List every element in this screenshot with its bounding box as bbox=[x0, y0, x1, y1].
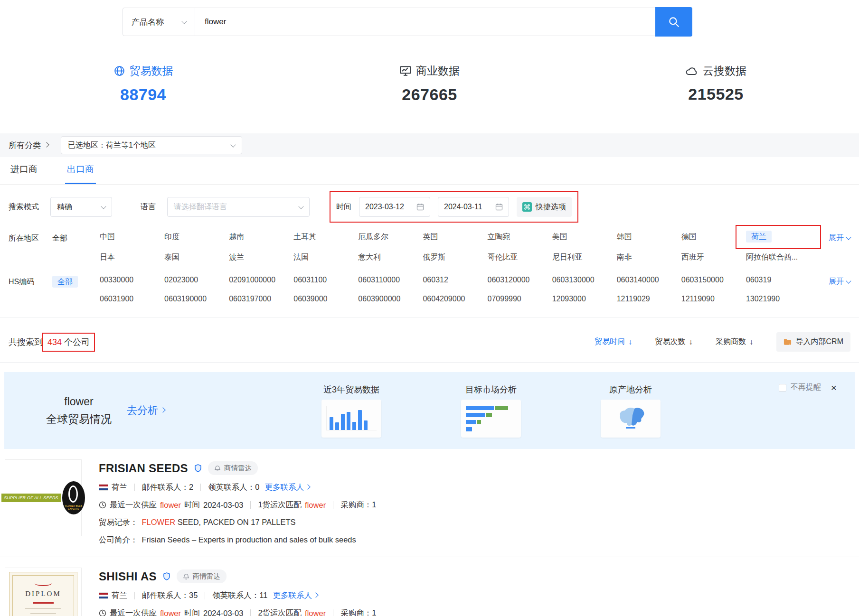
date-from-input[interactable]: 2023-03-12 bbox=[359, 197, 430, 217]
search-mode-select[interactable]: 精确 bbox=[50, 197, 112, 217]
hs-code-option[interactable]: 0603197000 bbox=[229, 295, 293, 303]
region-option[interactable]: 厄瓜多尔 bbox=[358, 232, 423, 242]
region-option[interactable]: 英国 bbox=[423, 232, 487, 242]
hs-code-option[interactable]: 0603150000 bbox=[681, 276, 746, 284]
keyword-highlight: flower bbox=[305, 501, 326, 510]
hs-code-option[interactable]: 060319 bbox=[746, 276, 811, 284]
radar-badge[interactable]: 商情雷达 bbox=[208, 461, 258, 475]
logo-text: DIPLOM bbox=[25, 590, 61, 598]
hs-all-option[interactable]: 全部 bbox=[52, 276, 100, 303]
region-option[interactable]: 印度 bbox=[164, 232, 229, 242]
chevron-down-icon bbox=[230, 142, 236, 147]
search-input[interactable] bbox=[195, 8, 655, 36]
hs-code-option[interactable]: 060312 bbox=[423, 276, 487, 284]
date-to-input[interactable]: 2024-03-11 bbox=[438, 197, 509, 217]
stat-business-data[interactable]: 商业数据 267665 bbox=[286, 64, 573, 104]
selected-region-dropdown[interactable]: 已选地区：荷兰等1个地区 bbox=[61, 136, 242, 154]
hs-code-option[interactable]: 12119029 bbox=[617, 295, 681, 303]
dont-remind-checkbox[interactable] bbox=[779, 384, 786, 392]
selected-region-text: 已选地区：荷兰等1个地区 bbox=[68, 140, 156, 150]
import-crm-button[interactable]: 导入内部CRM bbox=[776, 332, 850, 352]
region-option[interactable]: 南非 bbox=[617, 252, 681, 262]
hs-code-option[interactable]: 06031900 bbox=[100, 295, 164, 303]
region-option[interactable]: 日本 bbox=[100, 252, 164, 262]
region-option[interactable]: 意大利 bbox=[358, 252, 423, 262]
region-filter-label: 所在地区 bbox=[9, 232, 52, 262]
region-all-option[interactable]: 全部 bbox=[52, 232, 100, 262]
sort-buyer-count[interactable]: 采购商数↓ bbox=[716, 337, 754, 347]
keyword-highlight: flower bbox=[160, 609, 181, 616]
region-option[interactable]: 俄罗斯 bbox=[423, 252, 487, 262]
arrow-down-icon: ↓ bbox=[749, 337, 754, 347]
hs-code-option[interactable]: 0603110000 bbox=[358, 276, 423, 284]
mini-origin-chart: 原产地分析 bbox=[601, 384, 661, 438]
sort-trade-count[interactable]: 贸易次数↓ bbox=[655, 337, 693, 347]
stat-trade-data[interactable]: 贸易数据 88794 bbox=[0, 64, 286, 104]
tab-importer[interactable]: 进口商 bbox=[9, 163, 39, 184]
region-option[interactable]: 阿拉伯联合酋... bbox=[746, 252, 811, 262]
language-select[interactable]: 请选择翻译语言 bbox=[167, 197, 310, 217]
shipment-match: 1货运次匹配 bbox=[258, 500, 302, 510]
hs-code-option[interactable]: 0603120000 bbox=[488, 276, 552, 284]
region-option[interactable]: 尼日利亚 bbox=[552, 252, 617, 262]
hs-code-option[interactable]: 02091000000 bbox=[229, 276, 293, 284]
email-contact-count: 2 bbox=[189, 483, 193, 491]
breadcrumb[interactable]: 所有分类 bbox=[9, 140, 48, 151]
hs-code-option[interactable]: 0603140000 bbox=[617, 276, 681, 284]
hs-code-option[interactable]: 12093000 bbox=[552, 295, 617, 303]
search-button[interactable] bbox=[655, 7, 692, 37]
trade-bar-chart-thumbnail[interactable] bbox=[321, 400, 381, 438]
region-option[interactable]: 哥伦比亚 bbox=[488, 252, 552, 262]
region-option[interactable]: 西班牙 bbox=[681, 252, 746, 262]
region-option[interactable]: 立陶宛 bbox=[488, 232, 552, 242]
region-option[interactable]: 德国 bbox=[681, 232, 746, 242]
region-option-selected[interactable]: 荷兰 bbox=[746, 231, 772, 243]
go-analyze-link[interactable]: 去分析 bbox=[127, 403, 165, 418]
region-option[interactable]: 泰国 bbox=[164, 252, 229, 262]
origin-map-thumbnail[interactable] bbox=[601, 400, 661, 438]
hs-code-option[interactable]: 0603900000 bbox=[358, 295, 423, 303]
netherlands-flag-icon bbox=[99, 484, 108, 491]
hs-code-option[interactable]: 02023000 bbox=[164, 276, 229, 284]
region-option[interactable]: 波兰 bbox=[229, 252, 293, 262]
command-icon bbox=[522, 202, 532, 212]
buyer-count: 1 bbox=[372, 608, 376, 616]
quick-options-button[interactable]: 快捷选项 bbox=[517, 197, 572, 217]
hs-code-option[interactable]: 06039000 bbox=[293, 295, 358, 303]
search-type-select[interactable]: 产品名称 bbox=[123, 8, 195, 36]
hs-code-option[interactable]: 12119090 bbox=[681, 295, 746, 303]
hs-code-option[interactable]: 0604209000 bbox=[423, 295, 487, 303]
hs-code-option[interactable]: 0603190000 bbox=[164, 295, 229, 303]
hs-expand-button[interactable]: 展开 bbox=[811, 276, 850, 287]
keyword-highlight: flower bbox=[160, 501, 181, 510]
hs-code-option[interactable]: 13021990 bbox=[746, 295, 811, 303]
region-option[interactable]: 中国 bbox=[100, 232, 164, 242]
hs-code-option[interactable]: 07099990 bbox=[488, 295, 552, 303]
region-option[interactable]: 法国 bbox=[293, 252, 358, 262]
verified-shield-icon[interactable] bbox=[163, 572, 170, 581]
hs-code-option[interactable]: 06031100 bbox=[293, 276, 358, 284]
region-expand-button[interactable]: 展开 bbox=[811, 232, 850, 243]
sort-controls: 贸易时间↓ 贸易次数↓ 采购商数↓ 导入内部CRM bbox=[595, 332, 850, 352]
radar-badge[interactable]: 商情雷达 bbox=[177, 569, 227, 583]
verified-shield-icon[interactable] bbox=[194, 464, 202, 473]
market-bar-chart-thumbnail[interactable] bbox=[461, 400, 521, 438]
hs-code-option[interactable]: 0603130000 bbox=[552, 276, 617, 284]
region-options: 中国 印度 越南 土耳其 厄瓜多尔 英国 立陶宛 美国 韩国 德国 荷兰 日本 … bbox=[100, 232, 811, 262]
company-name[interactable]: FRISIAN SEEDS bbox=[99, 462, 188, 475]
sort-trade-time[interactable]: 贸易时间↓ bbox=[595, 337, 632, 347]
cloud-icon bbox=[685, 66, 699, 76]
tab-exporter[interactable]: 出口商 bbox=[65, 163, 96, 184]
close-icon[interactable]: × bbox=[831, 383, 837, 392]
company-name[interactable]: SHISHI AS bbox=[99, 570, 157, 583]
stat-cloud-search-data[interactable]: 云搜数据 215525 bbox=[573, 64, 859, 104]
region-option[interactable]: 土耳其 bbox=[293, 232, 358, 242]
region-option[interactable]: 韩国 bbox=[617, 232, 681, 242]
region-option[interactable]: 越南 bbox=[229, 232, 293, 242]
region-filter-row: 所在地区 全部 中国 印度 越南 土耳其 厄瓜多尔 英国 立陶宛 美国 韩国 德… bbox=[9, 232, 850, 262]
more-contacts-link[interactable]: 更多联系人 bbox=[273, 590, 318, 601]
hs-code-option[interactable]: 00330000 bbox=[100, 276, 164, 284]
more-contacts-link[interactable]: 更多联系人 bbox=[264, 482, 310, 493]
all-categories-label: 所有分类 bbox=[9, 140, 41, 151]
region-option[interactable]: 美国 bbox=[552, 232, 617, 242]
